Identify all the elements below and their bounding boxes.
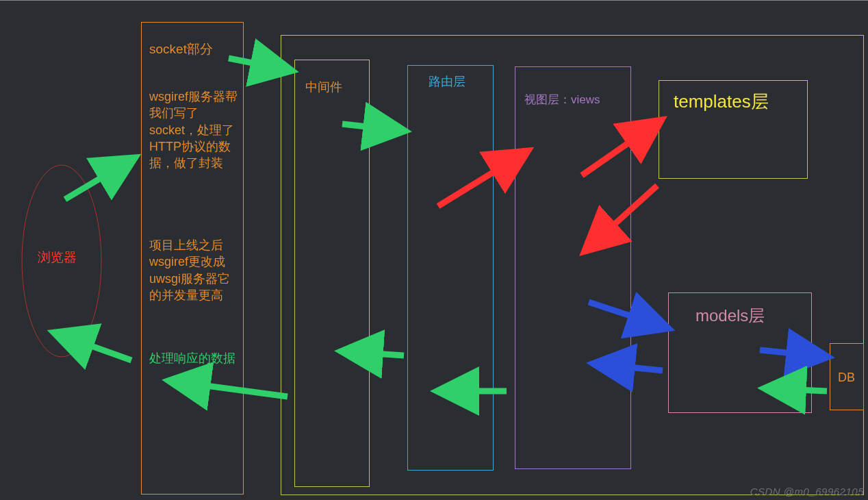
router-box xyxy=(407,65,494,471)
middleware-box xyxy=(294,60,370,487)
templates-label: templates层 xyxy=(674,90,769,114)
socket-title: socket部分 xyxy=(149,40,213,58)
browser-label: 浏览器 xyxy=(38,249,77,266)
middleware-label: 中间件 xyxy=(305,79,342,95)
views-box xyxy=(515,66,631,469)
db-label: DB xyxy=(838,369,855,386)
arrow-browser-to-socket xyxy=(65,158,134,199)
socket-desc2: 项目上线之后wsgiref更改成uwsgi服务器它的并发量更高 xyxy=(149,237,242,303)
router-label: 路由层 xyxy=(429,73,465,90)
views-label: 视图层：views xyxy=(524,92,600,108)
models-label: models层 xyxy=(695,305,765,327)
diagram-canvas: 浏览器 socket部分 wsgiref服务器帮我们写了socket，处理了HT… xyxy=(0,0,868,500)
response-label: 处理响应的数据 xyxy=(149,350,235,366)
arrow-socket-return-browser xyxy=(55,333,131,360)
socket-desc1: wsgiref服务器帮我们写了socket，处理了HTTP协议的数据，做了封装 xyxy=(149,88,238,171)
watermark: CSDN @m0_69962105 xyxy=(750,486,864,497)
